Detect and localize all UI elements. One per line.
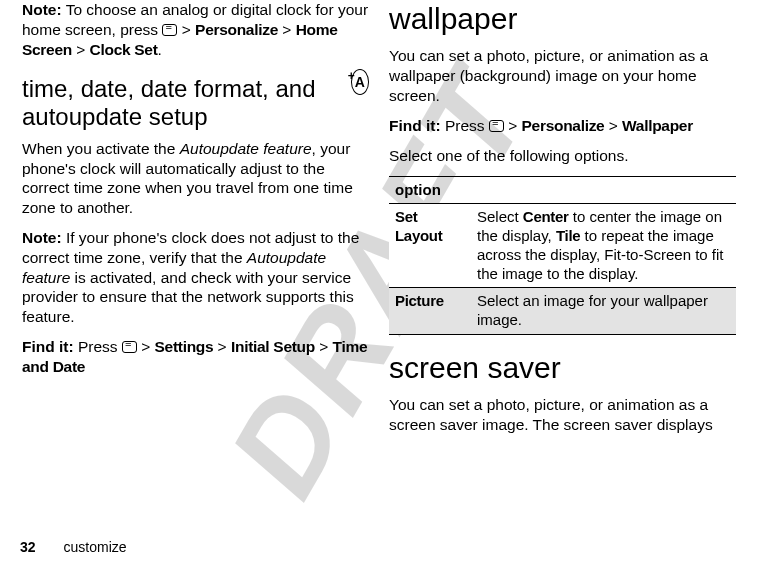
- time-date-heading: time, date, date format, and autoupdate …: [22, 75, 351, 130]
- findit-time-date: Find it: Press > Settings > Initial Setu…: [22, 337, 369, 377]
- note-analog-digital: Note: To choose an analog or digital clo…: [22, 0, 369, 59]
- findit-wallpaper: Find it: Press > Personalize > Wallpaper: [389, 116, 736, 136]
- autoupdate-feature-ital: Autoupdate feature: [180, 140, 312, 157]
- center-option: Center: [523, 208, 569, 225]
- select-options-line: Select one of the following options.: [389, 146, 736, 166]
- left-column: Note: To choose an analog or digital clo…: [12, 0, 379, 525]
- personalize-item: Personalize: [195, 21, 278, 38]
- sep8: >: [604, 117, 622, 134]
- sep1: >: [177, 21, 195, 38]
- findit-label-left: Find it:: [22, 338, 74, 355]
- table-row: Set Layout Select Center to center the i…: [389, 204, 736, 288]
- page-footer: 32customize: [20, 539, 127, 555]
- n2b: is activated, and check with your servic…: [22, 269, 354, 326]
- wallpaper-options-table: option Set Layout Select Center to cente…: [389, 176, 736, 335]
- picture-label: Picture: [389, 288, 471, 335]
- sep7: >: [504, 117, 522, 134]
- menu-key-icon: [162, 24, 177, 36]
- picture-desc: Select an image for your wallpaper image…: [471, 288, 736, 335]
- set-layout-desc: Select Center to center the image on the…: [471, 204, 736, 288]
- r1a: Select: [477, 208, 523, 225]
- right-column: wallpaper You can set a photo, picture, …: [379, 0, 746, 525]
- initial-setup-item: Initial Setup: [231, 338, 315, 355]
- tile-option: Tile: [556, 227, 580, 244]
- autoupdate-para: When you activate the Autoupdate feature…: [22, 139, 369, 218]
- set-layout-label: Set Layout: [389, 204, 471, 288]
- footer-section: customize: [64, 539, 127, 555]
- note-clock-adjust: Note: If your phone's clock does not adj…: [22, 228, 369, 327]
- sep5: >: [213, 338, 231, 355]
- sep6: >: [315, 338, 333, 355]
- fi-a: Press: [74, 338, 122, 355]
- menu-key-icon: [489, 120, 504, 132]
- sep2: >: [278, 21, 296, 38]
- time-date-heading-row: time, date, date format, and autoupdate …: [22, 69, 369, 138]
- page-content: Note: To choose an analog or digital clo…: [0, 0, 758, 525]
- wallpaper-heading: wallpaper: [389, 0, 736, 38]
- note-end: .: [158, 41, 162, 58]
- table-header: option: [389, 176, 736, 204]
- page-number: 32: [20, 539, 36, 555]
- screensaver-para: You can set a photo, picture, or animati…: [389, 395, 736, 435]
- sep3: >: [72, 41, 90, 58]
- wallpaper-item: Wallpaper: [622, 117, 693, 134]
- clock-set-item: Clock Set: [90, 41, 158, 58]
- screensaver-heading: screen saver: [389, 349, 736, 387]
- table-header-row: option: [389, 176, 736, 204]
- settings-item: Settings: [155, 338, 214, 355]
- fi-ra: Press: [441, 117, 489, 134]
- autoupdate-icon: A: [351, 69, 369, 95]
- table-row: Picture Select an image for your wallpap…: [389, 288, 736, 335]
- note2-label: Note:: [22, 229, 62, 246]
- note-label: Note:: [22, 1, 62, 18]
- sep4: >: [137, 338, 155, 355]
- findit-label-right: Find it:: [389, 117, 441, 134]
- personalize-item-r: Personalize: [522, 117, 605, 134]
- menu-key-icon: [122, 341, 137, 353]
- wallpaper-para: You can set a photo, picture, or animati…: [389, 46, 736, 105]
- p1a: When you activate the: [22, 140, 180, 157]
